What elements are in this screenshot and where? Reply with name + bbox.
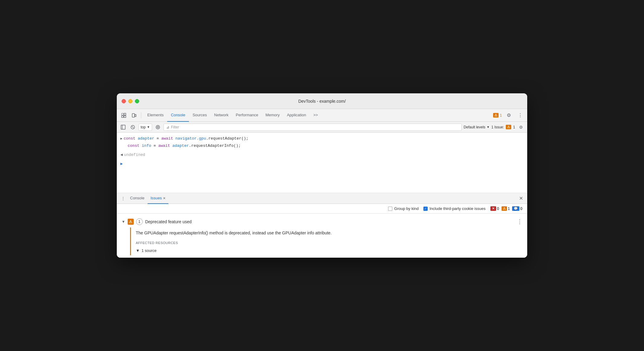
tab-sources[interactable]: Sources: [189, 109, 211, 122]
settings-icon[interactable]: ⚙: [504, 111, 513, 120]
svg-point-10: [156, 125, 160, 129]
panel-tab-console[interactable]: Console: [127, 193, 148, 204]
console-prompt[interactable]: ▶: [120, 160, 524, 168]
issue-warning-icon: ⚠: [128, 219, 134, 225]
issues-filter-bar: Group by kind ✓ Include third-party cook…: [117, 204, 527, 214]
tab-more[interactable]: >>: [310, 109, 321, 122]
console-line-1: ▶ const adapter = await navigator.gpu.re…: [120, 135, 524, 142]
title-bar: DevTools - example.com/: [117, 93, 527, 109]
devtools-window: DevTools - example.com/ Elements Console: [117, 93, 527, 258]
tab-application[interactable]: Application: [283, 109, 310, 122]
tab-memory[interactable]: Memory: [262, 109, 283, 122]
chevron-down-icon: ▼: [147, 125, 150, 129]
console-toolbar: top ▼ ⊿ Filter Default levels ▼ 1 Issue:…: [117, 122, 527, 133]
bottom-panel: ⋮ Console Issues × ✕ Group by kind ✓ Inc…: [117, 193, 527, 258]
tab-network[interactable]: Network: [211, 109, 232, 122]
error-icon: ✕: [490, 206, 496, 211]
panel-tab-issues[interactable]: Issues ×: [148, 193, 169, 204]
issue-group-header[interactable]: ▼ ⚠ 1 Deprecated feature used ⋮: [117, 216, 527, 227]
more-options-icon[interactable]: ⋮: [516, 111, 525, 120]
return-arrow-icon: ◀: [120, 152, 123, 158]
panel-close-button[interactable]: ✕: [517, 195, 525, 202]
chevron-down-icon: ▼: [122, 220, 125, 224]
svg-rect-4: [132, 114, 135, 117]
svg-rect-2: [122, 116, 123, 118]
affected-resources-label: AFFECTED RESOURCES: [136, 241, 522, 245]
chevron-down-icon: ▼: [136, 248, 140, 253]
filter-input[interactable]: ⊿ Filter: [164, 124, 462, 131]
tab-elements[interactable]: Elements: [144, 109, 167, 122]
prompt-icon: ▶: [120, 161, 123, 167]
sidebar-toggle-icon[interactable]: [119, 123, 127, 131]
tab-performance[interactable]: Performance: [232, 109, 262, 122]
info-count-badge: 💬 0: [512, 206, 522, 211]
third-party-checkbox-box[interactable]: ✓: [423, 207, 428, 211]
svg-rect-3: [124, 116, 126, 118]
svg-rect-5: [135, 114, 136, 117]
svg-point-11: [157, 126, 158, 128]
toolbar-separator: [141, 112, 141, 118]
console-return: ◀ undefined: [120, 151, 524, 159]
log-levels-selector[interactable]: Default levels ▼: [464, 125, 489, 129]
context-selector[interactable]: top ▼: [139, 124, 152, 131]
filter-icon: ⊿: [166, 125, 169, 129]
issue-count-circle: 1: [136, 218, 143, 225]
tab-bar: Elements Console Sources Network Perform…: [144, 109, 492, 122]
third-party-checkbox[interactable]: ✓ Include third-party cookie issues: [423, 206, 486, 211]
source-toggle[interactable]: ▼ 1 source: [136, 248, 522, 253]
issues-content: ▼ ⚠ 1 Deprecated feature used ⋮ The GPUA…: [117, 214, 527, 258]
clear-icon[interactable]: [129, 123, 137, 131]
inspect-icon[interactable]: [119, 111, 128, 120]
issue-description: The GPUAdapter requestAdapterInfo() meth…: [136, 230, 522, 236]
chevron-down-icon: ▼: [486, 125, 489, 129]
svg-rect-0: [122, 113, 123, 115]
maximize-button[interactable]: [135, 99, 139, 103]
traffic-lights: [122, 99, 139, 103]
issues-counts: ✕ 0 ⚠ 1 💬 0: [490, 206, 522, 211]
info-icon: 💬: [512, 206, 519, 211]
live-expression-icon[interactable]: [154, 123, 162, 131]
panel-tab-bar: ⋮ Console Issues × ✕: [117, 193, 527, 204]
tab-close-icon[interactable]: ×: [163, 196, 165, 201]
issue-warning-badge: ⚠: [506, 125, 511, 129]
warning-badge[interactable]: ⚠ 1: [493, 113, 502, 118]
console-content: ▶ const adapter = await navigator.gpu.re…: [117, 133, 527, 193]
console-settings-icon[interactable]: ⚙: [517, 123, 525, 131]
close-button[interactable]: [122, 99, 126, 103]
issue-more-options[interactable]: ⋮: [517, 218, 522, 225]
console-line-2: const info = await adapter.requestAdapte…: [120, 142, 524, 150]
devtools-toolbar: Elements Console Sources Network Perform…: [117, 109, 527, 122]
svg-line-9: [132, 126, 134, 128]
tab-console[interactable]: Console: [167, 109, 189, 122]
issue-title: Deprecated feature used: [145, 219, 515, 224]
svg-rect-1: [124, 113, 126, 115]
issue-detail: The GPUAdapter requestAdapterInfo() meth…: [130, 227, 527, 255]
warning-icon-badge: ⚠: [493, 113, 499, 118]
device-toggle-icon[interactable]: [129, 111, 139, 120]
panel-more-icon[interactable]: ⋮: [119, 195, 127, 202]
minimize-button[interactable]: [128, 99, 132, 103]
expand-icon[interactable]: ▶: [120, 136, 123, 142]
error-count-badge: ✕ 0: [490, 206, 499, 211]
svg-rect-6: [121, 125, 125, 129]
group-by-kind-checkbox-box[interactable]: [388, 207, 392, 211]
group-by-kind-checkbox[interactable]: Group by kind: [388, 206, 419, 211]
window-title: DevTools - example.com/: [298, 99, 346, 104]
toolbar-right: ⚠ 1 ⚙ ⋮: [493, 111, 525, 120]
issue-count-display[interactable]: 1 Issue: ⚠ 1: [491, 125, 515, 129]
warning-count-icon: ⚠: [502, 206, 507, 211]
warning-count-badge: ⚠ 1: [502, 206, 510, 211]
